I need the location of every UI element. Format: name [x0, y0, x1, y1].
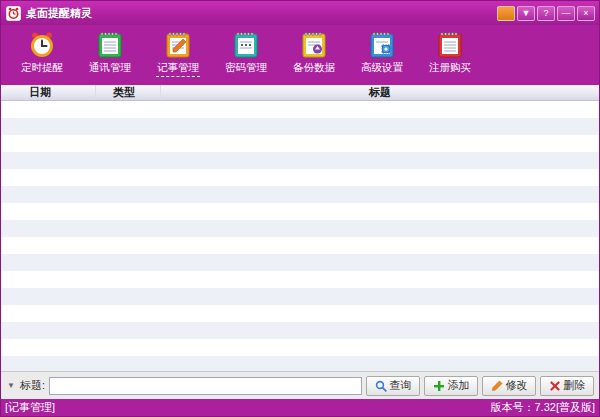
toolbar-label: 密码管理	[225, 61, 267, 75]
table-row	[1, 288, 599, 305]
toolbar-label: 备份数据	[293, 61, 335, 75]
main-toolbar: 定时提醒 通讯管理	[1, 25, 599, 85]
pencil-icon	[491, 380, 503, 392]
plus-icon	[433, 380, 445, 392]
toolbar-label: 记事管理	[157, 61, 199, 75]
delete-button[interactable]: 删除	[540, 376, 594, 396]
add-button[interactable]: 添加	[424, 376, 478, 396]
toolbar-label: 通讯管理	[89, 61, 131, 75]
table-body[interactable]	[1, 101, 599, 371]
toolbar-item-contacts[interactable]: 通讯管理	[79, 29, 141, 83]
window-controls: ▼ ? — ×	[497, 6, 595, 21]
table-row	[1, 152, 599, 169]
toolbar-label: 注册购买	[429, 61, 471, 75]
toolbar-item-settings[interactable]: 高级设置	[351, 29, 413, 83]
table-row	[1, 356, 599, 371]
active-tab-underline	[156, 76, 200, 77]
column-header-date[interactable]: 日期	[1, 85, 96, 100]
statusbar-mode: [记事管理]	[5, 400, 55, 415]
alarm-clock-icon	[27, 29, 57, 59]
column-header-type[interactable]: 类型	[96, 85, 161, 100]
close-button[interactable]: ×	[577, 6, 595, 21]
table-row	[1, 220, 599, 237]
table-row	[1, 135, 599, 152]
toolbar-item-timed-reminder[interactable]: 定时提醒	[11, 29, 73, 83]
table-row	[1, 186, 599, 203]
delete-x-icon	[549, 380, 561, 392]
toolbar-item-backup[interactable]: 备份数据	[283, 29, 345, 83]
delete-button-label: 删除	[564, 378, 586, 393]
menu-dropdown-button[interactable]: ▼	[517, 6, 535, 21]
contacts-notebook-icon	[95, 29, 125, 59]
toolbar-item-notes[interactable]: 记事管理	[147, 29, 209, 83]
query-button-label: 查询	[390, 378, 412, 393]
toolbar-item-register[interactable]: 注册购买	[419, 29, 481, 83]
app-window: 桌面提醒精灵 ▼ ? — × 定时提醒	[0, 0, 600, 417]
column-header-title[interactable]: 标题	[161, 85, 599, 100]
backup-data-icon	[299, 29, 329, 59]
modify-button[interactable]: 修改	[482, 376, 536, 396]
statusbar-version: 版本号：7.32[普及版]	[490, 400, 595, 415]
add-button-label: 添加	[448, 378, 470, 393]
filter-dropdown-caret[interactable]: ▼	[6, 381, 16, 390]
toolbar-item-passwords[interactable]: 密码管理	[215, 29, 277, 83]
app-logo-icon	[6, 6, 21, 21]
statusbar: [记事管理] 版本号：7.32[普及版]	[1, 399, 599, 416]
window-title: 桌面提醒精灵	[26, 6, 92, 21]
toolbar-label: 高级设置	[361, 61, 403, 75]
table-row	[1, 118, 599, 135]
toolbar-label: 定时提醒	[21, 61, 63, 75]
table-row	[1, 169, 599, 186]
help-button[interactable]: ?	[537, 6, 555, 21]
minimize-button[interactable]: —	[557, 6, 575, 21]
magnifier-icon	[375, 380, 387, 392]
table-row	[1, 322, 599, 339]
table-header: 日期 类型 标题	[1, 85, 599, 101]
table-row	[1, 305, 599, 322]
skin-button[interactable]	[497, 6, 515, 21]
table-row	[1, 339, 599, 356]
title-search-input[interactable]	[49, 377, 362, 395]
settings-gear-icon	[367, 29, 397, 59]
titlebar: 桌面提醒精灵 ▼ ? — ×	[1, 1, 599, 25]
register-purchase-icon	[435, 29, 465, 59]
table-row	[1, 203, 599, 220]
title-filter-label: 标题:	[20, 378, 45, 393]
table-row	[1, 271, 599, 288]
footer-controls: ▼ 标题: 查询 添加	[1, 371, 599, 399]
table-row	[1, 254, 599, 271]
password-notebook-icon	[231, 29, 261, 59]
table-row	[1, 237, 599, 254]
modify-button-label: 修改	[506, 378, 528, 393]
query-button[interactable]: 查询	[366, 376, 420, 396]
notes-pencil-icon	[163, 29, 193, 59]
table-row	[1, 101, 599, 118]
